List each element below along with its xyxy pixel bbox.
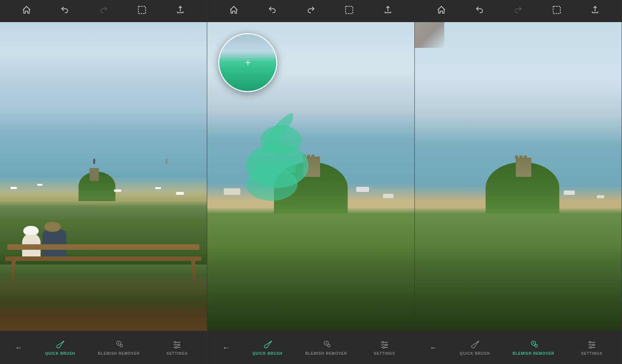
redo-icon[interactable] <box>99 5 108 17</box>
redo-icon-2[interactable] <box>306 5 316 17</box>
castle-structure <box>90 168 99 181</box>
quick-brush-tool-2[interactable]: QUICK BRUSH <box>253 340 283 356</box>
brush-boat-outline <box>255 158 296 173</box>
bottom-toolbar-3: ← QUICK BRUSH BLEMISH REMOVER <box>415 331 622 364</box>
scene3-grass <box>415 246 622 331</box>
crop-icon[interactable] <box>137 5 147 17</box>
svg-point-13 <box>326 342 327 344</box>
boat-1 <box>10 187 17 189</box>
blemish-remover-tool-3[interactable]: BLEMISH REMOVER <box>512 340 554 356</box>
top-bar-2 <box>207 0 414 22</box>
svg-rect-0 <box>138 6 146 14</box>
svg-point-27 <box>589 341 591 343</box>
scene3-castle <box>516 158 531 177</box>
image-area-2[interactable]: + <box>207 22 414 331</box>
settings-label-1: SETTINGS <box>166 351 188 356</box>
panel-3: ← QUICK BRUSH BLEMISH REMOVER <box>415 0 622 364</box>
svg-point-7 <box>174 341 176 343</box>
svg-point-2 <box>120 344 123 347</box>
grass-fore <box>0 265 207 331</box>
bottom-toolbar-2: ← QUICK BRUSH BLEMISH REMOVER <box>207 331 414 364</box>
back-button-2[interactable]: ← <box>222 343 230 352</box>
boat-2 <box>37 184 42 186</box>
crosshair: + <box>245 57 251 69</box>
brush-icon-2 <box>263 340 273 350</box>
settings-icon-2 <box>379 340 390 350</box>
redo-icon-3[interactable] <box>513 5 523 17</box>
back-button-1[interactable]: ← <box>15 343 22 352</box>
person-distant-2 <box>166 159 167 164</box>
top-bar-1 <box>0 0 207 22</box>
svg-point-9 <box>176 346 177 348</box>
svg-point-18 <box>385 344 387 346</box>
blemish-remover-label-2: BLEMISH REMOVER <box>305 351 347 356</box>
svg-point-28 <box>593 344 594 346</box>
settings-tool-1[interactable]: SETTINGS <box>162 340 192 356</box>
person-left-area <box>20 226 44 259</box>
svg-point-3 <box>118 342 119 344</box>
bench-backrest <box>7 244 199 250</box>
quick-brush-tool-1[interactable]: QUICK BRUSH <box>45 340 75 356</box>
panel-1: ← QUICK BRUSH BLEMISH REMOVER <box>0 0 207 364</box>
share-icon-2[interactable] <box>383 5 393 17</box>
back-button-3[interactable]: ← <box>430 343 437 352</box>
settings-tool-3[interactable]: SETTINGS <box>577 340 607 356</box>
svg-point-19 <box>383 346 385 348</box>
scene3-battlements <box>515 155 527 159</box>
blemish-remover-tool-2[interactable]: BLEMISH REMOVER <box>305 340 347 356</box>
hat-olive <box>44 222 61 232</box>
undo-icon-2[interactable] <box>268 5 277 17</box>
svg-point-22 <box>535 344 537 347</box>
svg-point-8 <box>178 344 180 346</box>
blemish-icon-3 <box>528 340 539 350</box>
boat-4 <box>155 187 161 189</box>
blemish-remover-label-1: BLEMISH REMOVER <box>98 351 140 356</box>
share-icon-3[interactable] <box>590 5 600 17</box>
magnifier-circle: + <box>218 33 277 92</box>
undo-icon[interactable] <box>60 5 70 17</box>
image-area-3 <box>415 22 622 331</box>
settings-icon-1 <box>172 340 182 350</box>
scene3-dot-boat <box>597 195 604 198</box>
svg-rect-20 <box>553 6 560 14</box>
blemish-icon-2 <box>321 340 331 350</box>
quick-brush-label-3: QUICK BRUSH <box>460 351 490 356</box>
home-icon-3[interactable] <box>437 5 446 17</box>
home-icon[interactable] <box>22 5 31 17</box>
svg-rect-10 <box>346 6 353 14</box>
quick-brush-label-2: QUICK BRUSH <box>253 351 283 356</box>
settings-label-2: SETTINGS <box>374 351 395 356</box>
svg-point-29 <box>590 346 592 348</box>
brush-icon-3 <box>470 340 480 350</box>
hat-white <box>23 226 39 236</box>
blemish-remover-tool-1[interactable]: BLEMISH REMOVER <box>98 340 140 356</box>
blemish-icon-1 <box>114 340 124 350</box>
quick-brush-tool-3[interactable]: QUICK BRUSH <box>460 340 490 356</box>
scene3-remaining-boat <box>564 190 575 195</box>
settings-icon-3 <box>587 340 597 350</box>
bench-seat <box>6 256 201 261</box>
crop-icon-3[interactable] <box>552 5 562 17</box>
crop-icon-2[interactable] <box>344 5 354 17</box>
svg-point-12 <box>327 344 330 347</box>
home-icon-2[interactable] <box>229 5 239 17</box>
brush-icon-1 <box>55 340 65 350</box>
person-right-area <box>42 222 70 259</box>
settings-tool-2[interactable]: SETTINGS <box>370 340 399 356</box>
scene3-corner-detail <box>415 22 444 48</box>
quick-brush-label-1: QUICK BRUSH <box>45 351 75 356</box>
settings-label-3: SETTINGS <box>581 351 602 356</box>
panel-2: + ← QUICK BRUSH BLEMISH REMOVER <box>207 0 414 364</box>
svg-point-23 <box>533 342 534 344</box>
undo-icon-3[interactable] <box>475 5 484 17</box>
image-area-1 <box>0 22 207 331</box>
top-bar-3 <box>415 0 622 22</box>
person-distant-1 <box>93 159 95 164</box>
blemish-remover-label-3: BLEMISH REMOVER <box>512 351 554 356</box>
bottom-toolbar-1: ← QUICK BRUSH BLEMISH REMOVER <box>0 331 207 364</box>
svg-point-17 <box>382 341 384 343</box>
share-icon[interactable] <box>176 5 185 17</box>
